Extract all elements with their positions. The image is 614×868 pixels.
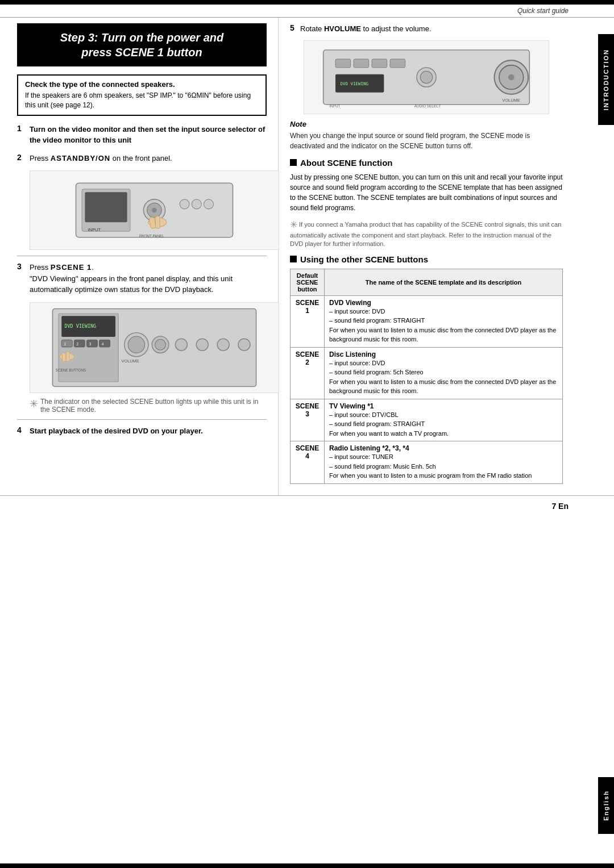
top-bar (0, 0, 614, 5)
step-1-num: 1 (17, 124, 27, 133)
step-3-num: 3 (17, 262, 27, 271)
svg-rect-44 (335, 59, 351, 68)
svg-rect-21 (99, 340, 110, 347)
step-4: 4 Start playback of the desired DVD on y… (17, 425, 267, 437)
note-title: Note (290, 120, 563, 128)
about-scene-body: Just by pressing one SCENE button, you c… (290, 172, 563, 213)
scene-name-1: DVD Viewing (329, 299, 558, 307)
side-tab-intro-label: INTRODUCTION (603, 49, 609, 110)
svg-text:1: 1 (64, 341, 66, 345)
volume-label: HVOLUME (324, 24, 361, 33)
scene-details-text-3: – input source: DTV/CBL– sound field pro… (329, 410, 558, 439)
device-illustration-receiver: DVD VIEWING 1 2 3 4 (30, 302, 279, 393)
svg-text:VOLUME: VOLUME (122, 358, 139, 364)
svg-text:FRONT PANEL: FRONT PANEL (139, 234, 164, 238)
table-row: SCENE 1DVD Viewing– input source: DVD– s… (291, 295, 563, 347)
svg-point-51 (420, 71, 432, 83)
svg-text:AUDIO SELECT: AUDIO SELECT (414, 104, 441, 108)
step-2-num: 2 (17, 153, 27, 162)
scene-detail-4: Radio Listening *2, *3, *4– input source… (325, 441, 563, 484)
scene-num-2: SCENE 2 (291, 347, 325, 399)
table-row: SCENE 3TV Viewing *1– input source: DTV/… (291, 399, 563, 441)
about-scene-heading-row: About SCENE function (290, 158, 563, 168)
divider-1 (17, 256, 267, 256)
side-tab-english-label: English (603, 790, 609, 821)
step-3-subtext: "DVD Viewing" appears in the front panel… (30, 274, 233, 294)
svg-text:2: 2 (77, 341, 79, 345)
svg-text:3: 3 (89, 341, 92, 345)
step-1: 1 Turn on the video monitor and then set… (17, 124, 267, 146)
main-content: Step 3: Turn on the power and press SCEN… (0, 18, 591, 495)
svg-point-10 (192, 199, 201, 209)
step-3: 3 Press PSCENE 1. "DVD Viewing" appears … (17, 262, 267, 295)
svg-point-27 (128, 336, 144, 353)
svg-text:VOLUME: VOLUME (502, 97, 520, 102)
side-tab-introduction: INTRODUCTION (598, 34, 614, 125)
warning-box: Check the type of the connected speakers… (17, 74, 267, 116)
step-4-num: 4 (17, 425, 27, 435)
svg-rect-46 (372, 59, 387, 68)
svg-point-9 (180, 199, 189, 209)
tip-2-text: If you connect a Yamaha product that has… (290, 221, 561, 248)
left-column: Step 3: Turn on the power and press SCEN… (0, 18, 279, 495)
step-5: 5 Rotate HVOLUME to adjust the volume. (290, 23, 563, 35)
svg-point-31 (196, 339, 208, 350)
divider-2 (17, 419, 267, 420)
scene-details-text-1: – input source: DVD– sound field program… (329, 307, 558, 344)
side-tab-english: English (598, 777, 614, 834)
step-title-box: Step 3: Turn on the power and press SCEN… (17, 23, 267, 66)
step-1-bold-text: Turn on the video monitor and then set t… (30, 125, 265, 145)
about-scene-heading: About SCENE function (300, 158, 392, 168)
svg-rect-47 (390, 59, 405, 68)
scene-table: Default SCENE button The name of the SCE… (290, 269, 563, 484)
scene-details-text-2: – input source: DVD– sound field program… (329, 358, 558, 396)
svg-rect-36 (67, 352, 69, 361)
receiver-device-svg: DVD VIEWING 1 2 3 4 (30, 303, 279, 393)
step-5-text: Rotate HVOLUME to adjust the volume. (300, 23, 432, 35)
header-label: Quick start guide (517, 7, 569, 15)
svg-point-11 (204, 199, 214, 209)
table-col2-header: The name of the SCENE template and its d… (325, 269, 563, 295)
bottom-bar (0, 863, 614, 868)
tip-2: ✳ If you connect a Yamaha product that h… (290, 219, 563, 249)
tip-1-text: The indicator on the selected SCENE butt… (40, 398, 267, 414)
standby-label: ASTANDBY/ON (51, 154, 110, 162)
svg-text:DVD VIEWING: DVD VIEWING (65, 323, 97, 329)
svg-text:INPUT: INPUT (88, 227, 101, 232)
svg-point-5 (152, 208, 156, 212)
scene-1-label: PSCENE 1 (51, 263, 92, 272)
scene-detail-1: DVD Viewing– input source: DVD– sound fi… (325, 295, 563, 347)
volume-device-svg: VOLUME DVD VIEWING INPUT AUDIO SELECT (304, 41, 549, 114)
svg-point-30 (175, 339, 187, 350)
page-number: 7 En (0, 495, 614, 514)
svg-point-42 (508, 74, 515, 80)
step-title-text: Step 3: Turn on the power and press SCEN… (28, 30, 255, 60)
svg-point-29 (155, 339, 166, 350)
tip-star-2: ✳ (290, 220, 297, 229)
table-row: SCENE 4Radio Listening *2, *3, *4– input… (291, 441, 563, 484)
step-3-text: Press PSCENE 1. "DVD Viewing" appears in… (30, 262, 267, 295)
tip-1: ✳ The indicator on the selected SCENE bu… (17, 398, 267, 414)
scene-name-3: TV Viewing *1 (329, 402, 558, 410)
tip-star-1: ✳ (30, 398, 38, 410)
warning-title: Check the type of the connected speakers… (25, 80, 259, 89)
svg-rect-45 (354, 59, 369, 68)
table-row: SCENE 2Disc Listening– input source: DVD… (291, 347, 563, 399)
svg-rect-18 (61, 340, 72, 347)
device-illustration-standby: INPUT FRONT PANEL (30, 170, 279, 250)
table-col1-header: Default SCENE button (291, 269, 325, 295)
scene-num-3: SCENE 3 (291, 399, 325, 441)
warning-body: If the speakers are 6 ohm speakers, set … (25, 91, 259, 110)
svg-rect-35 (62, 353, 67, 361)
svg-rect-19 (74, 340, 85, 347)
scene-num-4: SCENE 4 (291, 441, 325, 484)
svg-text:DVD VIEWING: DVD VIEWING (341, 81, 369, 86)
section-bullet (290, 159, 297, 166)
svg-text:SCENE BUTTONS: SCENE BUTTONS (56, 368, 86, 372)
header-row: Quick start guide (0, 5, 614, 18)
scene-details-text-4: – input source: TUNER– sound field progr… (329, 452, 558, 481)
section-bullet-2 (290, 256, 297, 262)
step-5-num: 5 (290, 23, 300, 32)
svg-text:4: 4 (102, 341, 104, 345)
standby-device-svg: INPUT FRONT PANEL (30, 171, 279, 249)
